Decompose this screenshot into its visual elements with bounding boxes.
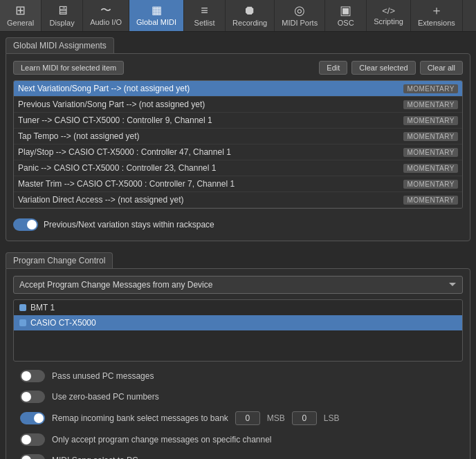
toggle-knob	[21, 371, 31, 381]
clear-selected-button[interactable]: Clear selected	[351, 61, 415, 75]
device-list: BMT 1 CASIO CT-X5000	[13, 299, 463, 362]
nav-item-recording[interactable]: ⏺ Recording	[226, 0, 275, 31]
nav-item-display[interactable]: 🖥 Display	[42, 0, 83, 31]
nav-label-setlist: Setlist	[194, 19, 215, 27]
zero-based-toggle[interactable]	[20, 391, 45, 403]
nav-label-general: General	[7, 19, 34, 27]
zero-based-label: Use zero-based PC numbers	[52, 392, 159, 402]
midi-ports-icon: ◎	[294, 4, 305, 17]
assignment-row[interactable]: Previous Variation/Song Part --> (not as…	[14, 97, 462, 113]
setlist-icon: ≡	[201, 4, 208, 17]
specific-channel-toggle[interactable]	[20, 433, 45, 446]
device-dot-icon	[19, 304, 26, 311]
option-song-select: MIDI Song select to PC	[20, 450, 456, 459]
extensions-icon: ＋	[430, 4, 443, 17]
nav-item-scripting[interactable]: </> Scripting	[367, 0, 411, 31]
nav-label-display: Display	[50, 19, 75, 27]
assignment-label: Panic --> CASIO CT-X5000 : Controller 23…	[18, 163, 403, 173]
nav-label-extensions: Extensions	[418, 19, 455, 27]
nav-label-osc: OSC	[338, 19, 354, 27]
nav-item-audio-io[interactable]: 〜 Audio I/O	[83, 0, 129, 31]
nav-bar: ⊞ General 🖥 Display 〜 Audio I/O ▦ Global…	[0, 0, 476, 32]
scripting-icon: </>	[382, 6, 395, 15]
lsb-label: LSB	[324, 413, 340, 423]
learn-midi-button[interactable]: Learn MIDI for selected item	[13, 61, 124, 75]
momentary-badge: MOMENTARY	[403, 100, 458, 109]
program-change-section-body: Accept Program Change Messages from any …	[6, 268, 470, 459]
global-midi-section-title: Global MIDI Assignments	[6, 37, 114, 53]
nav-label-recording: Recording	[232, 19, 267, 27]
assignment-label: Play/Stop --> CASIO CT-X5000 : Controlle…	[18, 147, 403, 157]
momentary-badge: MOMENTARY	[403, 116, 458, 125]
variation-toggle-row: Previous/Next variation stays within rac…	[13, 216, 463, 234]
general-icon: ⊞	[15, 4, 26, 17]
msb-label: MSB	[267, 413, 285, 423]
assignment-row[interactable]: Master Trim --> CASIO CT-X5000 : Control…	[14, 176, 462, 192]
nav-item-setlist[interactable]: ≡ Setlist	[184, 0, 226, 31]
assignment-row[interactable]: Tuner --> CASIO CT-X5000 : Controller 9,…	[14, 113, 462, 129]
option-pass-unused: Pass unused PC messages	[20, 366, 456, 386]
momentary-badge: MOMENTARY	[403, 180, 458, 189]
remap-bank-label: Remap incoming bank select messages to b…	[52, 413, 228, 423]
assignment-label: Tap Tempo --> (not assigned yet)	[18, 131, 403, 141]
remap-bank-toggle[interactable]	[20, 412, 45, 424]
program-change-dropdown[interactable]: Accept Program Change Messages from any …	[13, 276, 463, 294]
global-midi-icon: ▦	[152, 5, 162, 16]
device-dot-icon	[19, 319, 26, 326]
momentary-badge: MOMENTARY	[403, 148, 458, 157]
nav-item-extensions[interactable]: ＋ Extensions	[411, 0, 463, 31]
lsb-input[interactable]	[292, 411, 317, 425]
options-section: Pass unused PC messages Use zero-based P…	[13, 362, 463, 459]
recording-icon: ⏺	[244, 4, 256, 17]
momentary-badge: MOMENTARY	[403, 164, 458, 173]
assignment-row[interactable]: Play/Stop --> CASIO CT-X5000 : Controlle…	[14, 144, 462, 160]
assignment-label: Master Trim --> CASIO CT-X5000 : Control…	[18, 179, 403, 189]
osc-icon: ▣	[340, 4, 351, 17]
option-zero-based: Use zero-based PC numbers	[20, 386, 456, 407]
device-item-selected[interactable]: CASIO CT-X5000	[14, 315, 462, 330]
device-label: BMT 1	[30, 303, 55, 312]
nav-label-audio-io: Audio I/O	[90, 18, 122, 26]
option-specific-channel: Only accept program change messages on s…	[20, 429, 456, 450]
song-select-label: MIDI Song select to PC	[52, 456, 138, 459]
nav-item-general[interactable]: ⊞ General	[0, 0, 42, 31]
variation-toggle[interactable]	[13, 218, 38, 231]
nav-item-osc[interactable]: ▣ OSC	[325, 0, 367, 31]
specific-channel-label: Only accept program change messages on s…	[52, 435, 272, 444]
device-label: CASIO CT-X5000	[30, 318, 96, 328]
assignment-row[interactable]: Variation Direct Access --> (not assigne…	[14, 192, 462, 208]
nav-item-global-midi[interactable]: ▦ Global MIDI	[129, 0, 184, 31]
audio-io-icon: 〜	[100, 5, 111, 16]
nav-label-global-midi: Global MIDI	[136, 18, 176, 26]
toggle-knob	[34, 413, 44, 423]
assignment-label: Next Variation/Song Part --> (not assign…	[18, 84, 403, 93]
display-icon: 🖥	[56, 4, 68, 17]
toggle-knob	[21, 456, 31, 459]
song-select-toggle[interactable]	[20, 454, 45, 459]
toggle-knob	[21, 435, 31, 444]
program-change-section-title: Program Change Control	[6, 252, 113, 268]
msb-input[interactable]	[235, 411, 260, 425]
assignment-label: Variation Direct Access --> (not assigne…	[18, 195, 403, 205]
nav-label-midi-ports: MIDI Ports	[282, 19, 318, 27]
assignment-label: Tuner --> CASIO CT-X5000 : Controller 9,…	[18, 115, 403, 125]
momentary-badge: MOMENTARY	[403, 84, 458, 93]
assignment-row[interactable]: Next Variation/Song Part --> (not assign…	[14, 81, 462, 97]
pass-unused-toggle[interactable]	[20, 370, 45, 382]
device-item[interactable]: BMT 1	[14, 300, 462, 315]
clear-all-button[interactable]: Clear all	[420, 61, 463, 75]
momentary-badge: MOMENTARY	[403, 196, 458, 205]
midi-toolbar: Learn MIDI for selected item Edit Clear …	[13, 61, 463, 75]
toggle-knob	[21, 392, 31, 402]
toggle-knob	[27, 220, 37, 230]
assignment-row[interactable]: Panic --> CASIO CT-X5000 : Controller 23…	[14, 160, 462, 176]
edit-button[interactable]: Edit	[319, 61, 347, 75]
assignments-list: Next Variation/Song Part --> (not assign…	[13, 80, 463, 209]
nav-item-midi-ports[interactable]: ◎ MIDI Ports	[275, 0, 325, 31]
global-midi-section-body: Learn MIDI for selected item Edit Clear …	[6, 53, 470, 241]
assignment-label: Previous Variation/Song Part --> (not as…	[18, 100, 403, 109]
momentary-badge: MOMENTARY	[403, 132, 458, 141]
variation-toggle-label: Previous/Next variation stays within rac…	[44, 220, 214, 230]
pass-unused-label: Pass unused PC messages	[52, 371, 154, 381]
assignment-row[interactable]: Tap Tempo --> (not assigned yet) MOMENTA…	[14, 129, 462, 144]
